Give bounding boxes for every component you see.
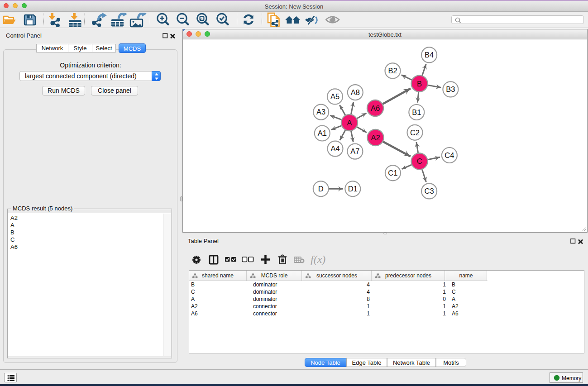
svg-text:B2: B2	[388, 67, 397, 75]
svg-text:B: B	[417, 80, 422, 88]
svg-text:A6: A6	[371, 104, 380, 112]
svg-text:C: C	[417, 157, 422, 165]
svg-text:B3: B3	[446, 85, 455, 93]
svg-text:A3: A3	[316, 108, 325, 116]
svg-text:D: D	[318, 185, 324, 193]
svg-text:A2: A2	[371, 133, 380, 142]
svg-text:A5: A5	[330, 92, 339, 100]
svg-text:A: A	[347, 119, 352, 127]
svg-text:D1: D1	[348, 185, 358, 193]
svg-text:A8: A8	[351, 88, 360, 96]
svg-text:C3: C3	[425, 187, 434, 195]
svg-text:C1: C1	[388, 169, 397, 177]
svg-text:C4: C4	[445, 151, 454, 159]
svg-text:A1: A1	[318, 129, 327, 137]
svg-text:B4: B4	[425, 51, 434, 59]
svg-text:A7: A7	[350, 147, 359, 155]
svg-text:C2: C2	[410, 129, 420, 137]
svg-text:B1: B1	[412, 108, 421, 116]
svg-text:A4: A4	[330, 144, 339, 152]
